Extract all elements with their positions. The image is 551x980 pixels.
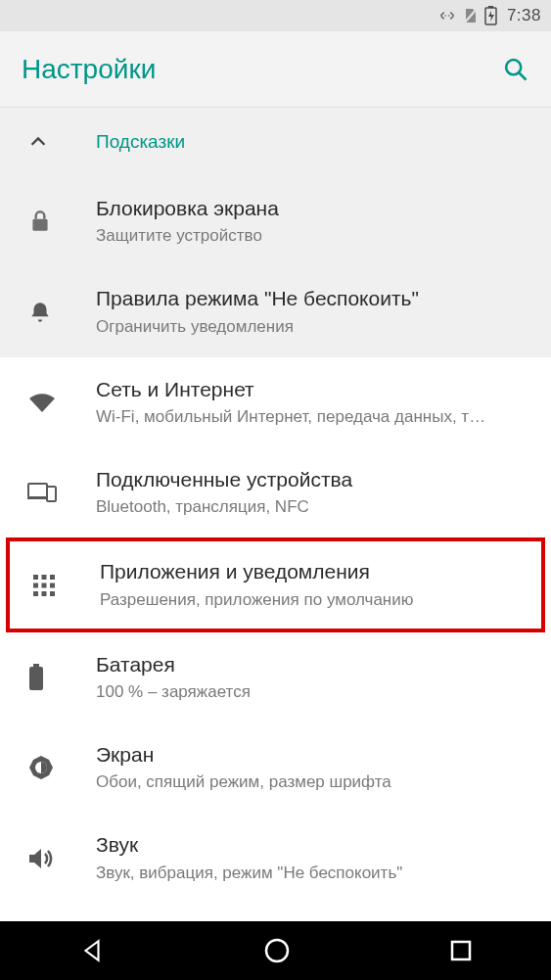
tips-header-label: Подсказки [96, 130, 529, 154]
chevron-up-icon [27, 131, 49, 153]
status-bar: 7:38 [0, 0, 551, 31]
item-subtitle: Wi-Fi, мобильный Интернет, передача данн… [96, 406, 529, 428]
item-subtitle: Обои, спящий режим, размер шрифта [96, 771, 529, 793]
tip-dnd-rules[interactable]: Правила режима "Не беспокоить" Ограничит… [0, 266, 551, 356]
tip-lock-screen[interactable]: Блокировка экрана Защитите устройство [0, 176, 551, 266]
svg-rect-19 [50, 591, 55, 596]
apps-grid-icon [31, 573, 57, 598]
svg-rect-16 [50, 583, 55, 587]
svg-rect-11 [33, 575, 38, 580]
item-title: Блокировка экрана [96, 196, 529, 221]
svg-rect-15 [42, 583, 47, 587]
status-time: 7:38 [507, 6, 541, 25]
navigation-bar [0, 921, 551, 980]
svg-point-24 [266, 940, 288, 961]
wifi-icon [27, 391, 57, 414]
settings-item-battery[interactable]: Батарея 100 % – заряжается [0, 632, 551, 723]
settings-item-display[interactable]: Экран Обои, спящий режим, размер шрифта [0, 723, 551, 813]
brightness-icon [27, 754, 55, 781]
svg-rect-21 [33, 664, 39, 667]
item-subtitle: Ограничить уведомления [96, 316, 529, 338]
svg-point-5 [506, 60, 521, 74]
item-title: Батарея [96, 652, 529, 677]
item-title: Приложения и уведомления [100, 559, 526, 584]
item-subtitle: Bluetooth, трансляция, NFC [96, 496, 529, 518]
svg-rect-8 [28, 484, 47, 497]
tips-section: Подсказки Блокировка экрана Защитите уст… [0, 108, 551, 357]
app-bar: Настройки [0, 31, 551, 108]
settings-list: Подсказки Блокировка экрана Защитите уст… [0, 108, 551, 892]
item-subtitle: Звук, вибрация, режим "Не беспокоить" [96, 863, 529, 884]
item-title: Экран [96, 742, 529, 768]
svg-rect-25 [452, 942, 470, 959]
item-title: Звук [96, 832, 529, 858]
page-title: Настройки [22, 54, 156, 85]
svg-rect-9 [27, 497, 48, 499]
nav-back-button[interactable] [79, 938, 105, 963]
nav-recent-button[interactable] [449, 939, 473, 962]
devices-icon [27, 482, 57, 503]
svg-rect-7 [32, 219, 47, 231]
svg-rect-14 [33, 583, 38, 587]
svg-line-6 [520, 72, 527, 79]
svg-rect-18 [42, 591, 47, 596]
bell-icon [27, 300, 53, 325]
svg-rect-20 [29, 667, 43, 690]
svg-point-0 [444, 15, 446, 17]
item-subtitle: Защитите устройство [96, 225, 529, 247]
settings-item-connected-devices[interactable]: Подключенные устройства Bluetooth, транс… [0, 447, 551, 537]
lock-icon [27, 209, 53, 234]
item-title: Сеть и Интернет [96, 377, 529, 402]
tips-header[interactable]: Подсказки [0, 108, 551, 176]
settings-item-sound[interactable]: Звук Звук, вибрация, режим "Не беспокоит… [0, 813, 551, 891]
svg-rect-4 [488, 6, 493, 8]
svg-rect-12 [42, 575, 47, 580]
volume-icon [27, 846, 55, 871]
svg-rect-13 [50, 575, 55, 580]
item-title: Правила режима "Не беспокоить" [96, 286, 529, 311]
item-title: Подключенные устройства [96, 467, 529, 492]
no-sim-icon [463, 7, 479, 24]
item-subtitle: 100 % – заряжается [96, 681, 529, 703]
svg-point-1 [448, 15, 450, 17]
settings-item-network[interactable]: Сеть и Интернет Wi-Fi, мобильный Интерне… [0, 357, 551, 447]
battery-icon [27, 663, 45, 692]
search-button[interactable] [502, 56, 529, 83]
svg-rect-10 [47, 487, 56, 501]
nav-home-button[interactable] [262, 936, 292, 965]
settings-item-apps-notifications[interactable]: Приложения и уведомления Разрешения, при… [6, 537, 545, 631]
svg-rect-17 [33, 591, 38, 596]
battery-charging-icon [484, 6, 497, 25]
ethernet-icon [437, 9, 457, 23]
item-subtitle: Разрешения, приложения по умолчанию [100, 589, 526, 611]
